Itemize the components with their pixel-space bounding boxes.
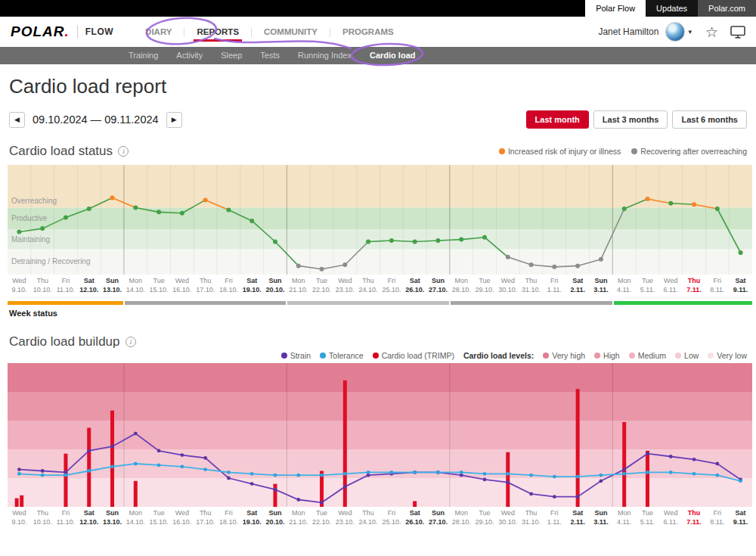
x-axis-label: Thu10.10. [31,277,54,294]
nav-item-community[interactable]: COMMUNITY [252,17,330,47]
status-section-head: Cardio load status i Increased risk of i… [9,144,747,159]
buildup-section-head: Cardio load buildup i [9,334,747,349]
status-chart-x-axis: Wed9.10.Thu10.10.Fri11.10.Sat12.10.Sun13… [0,277,756,294]
legend-item: Increased risk of injury or illness [499,147,621,156]
legend-dot-icon [543,353,549,359]
buildup-legend: StrainToleranceCardio load (TRIMP)Cardio… [9,351,747,360]
x-axis-label: Fri18.10. [217,509,240,526]
band-label: Productive [11,214,48,222]
legend-dot-icon [320,353,326,359]
toplink-polar-com[interactable]: Polar.com [698,0,756,17]
toplink-updates[interactable]: Updates [646,0,698,17]
info-icon[interactable]: i [125,337,136,347]
legend-item: Recovering after overreaching [631,147,747,156]
x-axis-label: Thu24.10. [357,277,380,294]
x-axis-label: Thu7.11. [683,277,706,294]
legend-item: Medium [629,351,666,360]
week-status-segment [614,301,752,305]
x-axis-label: Wed23.10. [333,277,357,294]
x-axis-label: Sat2.11. [566,277,590,294]
x-axis-label: Fri11.10. [54,509,78,526]
x-axis-label: Tue29.10. [473,277,497,294]
user-area: Janet Hamilton ▾ ☆ [598,22,745,42]
x-axis-label: Sun13.10. [101,509,124,526]
x-axis-label: Tue15.10. [147,509,171,526]
week-status-segment [287,301,449,305]
x-axis-label: Wed16.10. [170,277,194,294]
x-axis-label: Thu7.11. [683,509,706,526]
subnav-item-tests[interactable]: Tests [251,47,289,64]
subnav-item-cardio-load[interactable]: Cardio load [361,47,425,64]
page-title: Cardio load report [9,75,756,98]
x-axis-label: Fri18.10. [217,277,240,294]
status-legend: Increased risk of injury or illnessRecov… [499,147,747,156]
cardio-load-buildup-chart [8,363,752,507]
band-label: Overreaching [11,197,57,205]
x-axis-label: Wed9.10. [8,277,31,294]
nav-item-diary[interactable]: DIARY [133,17,184,47]
subnav-item-sleep[interactable]: Sleep [212,47,251,64]
x-axis-label: Sat9.11. [729,509,752,526]
x-axis-label: Mon21.10. [287,277,310,294]
x-axis-label: Sat12.10. [77,509,101,526]
x-axis-label: Sat12.10. [77,277,101,294]
cardio-load-status-chart: OverreachingProductiveMaintainingDetrain… [8,165,752,275]
x-axis-label: Tue22.10. [310,277,333,294]
x-axis-label: Fri11.10. [54,277,78,294]
x-axis-label: Fri8.11. [705,509,729,526]
legend-dot-icon [629,353,635,359]
x-axis-label: Tue5.11. [636,509,659,526]
week-status-label: Week status [9,309,756,318]
x-axis-label: Thu17.10. [194,509,217,526]
last-month-button[interactable]: Last month [526,110,589,129]
top-utility-bar: Polar Flow Updates Polar.com [0,0,756,17]
info-icon[interactable]: i [118,146,129,157]
legend-dot-icon [594,353,600,359]
brand: POLAR. FLOW [11,23,113,40]
week-status-segment [125,301,287,305]
nav-item-programs[interactable]: PROGRAMS [330,17,406,47]
x-axis-label: Sun3.11. [590,509,613,526]
avatar[interactable] [665,22,685,42]
user-name[interactable]: Janet Hamilton [598,26,658,37]
x-axis-label: Mon28.10. [450,277,473,294]
week-status-segment [451,301,612,305]
subnav-item-running-index[interactable]: Running Index [289,47,361,64]
report-subnav: Training Activity Sleep Tests Running In… [0,47,756,64]
legend-item: Tolerance [320,351,364,360]
x-axis-label: Wed30.10. [496,509,519,526]
polar-logo[interactable]: POLAR. [11,23,70,40]
x-axis-label: Mon4.11. [612,509,636,526]
date-range-row: ◀ 09.10.2024 — 09.11.2024 ▶ Last month L… [9,110,747,129]
main-header: POLAR. FLOW DIARY REPORTS COMMUNITY PROG… [0,17,756,47]
last-3-months-button[interactable]: Last 3 months [593,110,668,129]
x-axis-label: Fri1.11. [543,509,566,526]
chevron-down-icon[interactable]: ▾ [688,28,692,36]
x-axis-label: Sun27.10. [426,509,450,526]
brand-divider [77,25,78,39]
main-nav: DIARY REPORTS COMMUNITY PROGRAMS [133,17,406,47]
x-axis-label: Mon14.10. [124,277,147,294]
week-status-segment [8,301,123,305]
x-axis-label: Wed16.10. [170,509,194,526]
legend-dot-icon [373,353,379,359]
legend-dot-icon [708,353,714,359]
x-axis-label: Sat19.10. [240,509,264,526]
nav-item-reports[interactable]: REPORTS [184,17,251,47]
x-axis-label: Sun27.10. [426,277,450,294]
favorites-star-icon[interactable]: ☆ [705,25,718,39]
toplink-polar-flow[interactable]: Polar Flow [585,0,646,17]
x-axis-label: Tue15.10. [147,277,171,294]
x-axis-label: Thu10.10. [31,509,54,526]
monitor-icon[interactable] [730,26,745,39]
x-axis-label: Sun13.10. [101,277,124,294]
buildup-section-title: Cardio load buildup [9,334,120,349]
x-axis-label: Fri25.10. [380,277,404,294]
subnav-item-training[interactable]: Training [119,47,167,64]
last-6-months-button[interactable]: Last 6 months [672,110,747,129]
subnav-item-activity[interactable]: Activity [167,47,212,64]
x-axis-label: Sat2.11. [566,509,590,526]
x-axis-label: Sun20.10. [264,277,287,294]
prev-period-button[interactable]: ◀ [9,112,25,128]
next-period-button[interactable]: ▶ [166,112,182,128]
